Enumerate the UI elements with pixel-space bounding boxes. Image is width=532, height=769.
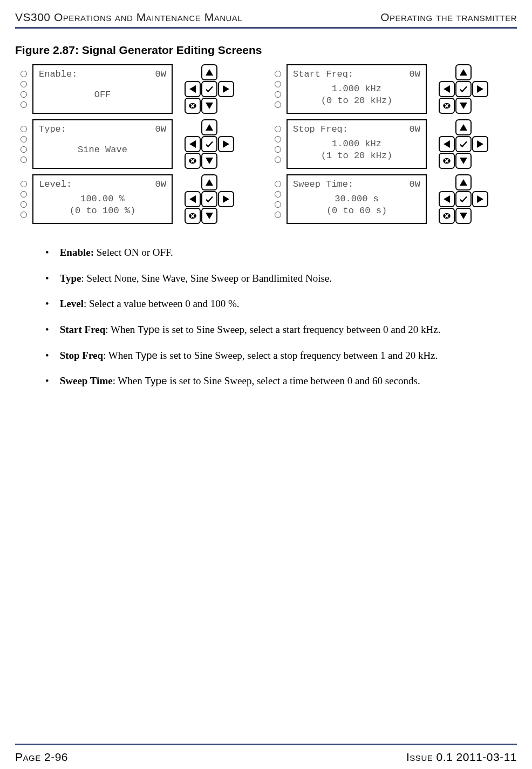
type-ref: Type	[138, 324, 160, 335]
ok-button[interactable]	[455, 191, 472, 207]
bullet-list: • Enable: Select ON or OFF. • Type: Sele…	[45, 246, 508, 400]
left-button[interactable]	[185, 191, 201, 207]
cancel-button[interactable]	[185, 153, 201, 169]
ok-button[interactable]	[201, 81, 217, 97]
dot-icon	[21, 212, 27, 218]
arrow-right-icon	[477, 195, 483, 203]
right-button[interactable]	[218, 136, 234, 152]
dot-icon	[275, 146, 281, 153]
lcd-top-row: Sweep Time:0W	[293, 179, 420, 190]
right-button[interactable]	[472, 136, 488, 152]
bullet-icon: •	[45, 271, 49, 285]
indicator-dots	[19, 174, 28, 224]
up-button[interactable]	[201, 119, 217, 135]
lcd-top-row: Level:0W	[39, 179, 166, 190]
down-button[interactable]	[455, 98, 472, 114]
lcd-power: 0W	[155, 69, 166, 80]
indicator-dots	[19, 64, 28, 114]
dot-icon	[275, 191, 281, 198]
lcd-display: Sweep Time:0W 30.000 s(0 to 60 s)	[287, 174, 427, 224]
bullet-label: Start Freq	[60, 324, 106, 335]
lcd-line2: (1 to 20 kHz)	[293, 150, 420, 161]
cancel-button[interactable]	[439, 98, 455, 114]
lcd-value-area: 30.000 s(0 to 60 s)	[293, 190, 420, 220]
cancel-button[interactable]	[185, 98, 201, 114]
page-number: Page 2-96	[15, 751, 68, 764]
right-button[interactable]	[472, 81, 488, 97]
down-button[interactable]	[201, 98, 217, 114]
indicator-dots	[274, 174, 282, 224]
bullet-label: Stop Freq	[60, 350, 103, 361]
bullet-pre: : When	[105, 324, 138, 335]
up-button[interactable]	[201, 174, 217, 190]
x-icon	[188, 211, 197, 221]
down-button[interactable]	[201, 153, 217, 169]
left-button[interactable]	[185, 136, 201, 152]
lcd-display: Enable: 0W OFF	[32, 64, 173, 114]
x-icon	[442, 101, 452, 111]
up-button[interactable]	[201, 64, 217, 80]
bullet-text: Type: Select None, Sine Wave, Sine Sweep…	[60, 271, 508, 285]
arrow-up-icon	[206, 179, 213, 186]
right-button[interactable]	[472, 191, 488, 207]
bullet-text: Stop Freq: When Type is set to Sine Swee…	[60, 349, 508, 363]
down-button[interactable]	[201, 208, 217, 224]
up-button[interactable]	[455, 119, 472, 135]
bullet-label: Level	[60, 298, 84, 309]
page-header: VS300 Operations and Maintenance Manual …	[15, 11, 517, 29]
bullet-desc: : Select None, Sine Wave, Sine Sweep or …	[81, 273, 332, 284]
dot-icon	[275, 156, 281, 163]
check-icon	[204, 84, 214, 94]
up-button[interactable]	[455, 64, 472, 80]
nav-pad	[431, 119, 496, 169]
left-button[interactable]	[439, 191, 455, 207]
left-button[interactable]	[439, 81, 455, 97]
ok-button[interactable]	[455, 136, 472, 152]
lcd-line1: 30.000 s	[293, 193, 420, 205]
ok-button[interactable]	[455, 81, 472, 97]
left-button[interactable]	[439, 136, 455, 152]
indicator-dots	[274, 64, 282, 114]
lcd-line2: (0 to 60 s)	[293, 205, 420, 216]
x-icon	[442, 156, 452, 166]
type-ref: Type	[145, 375, 167, 386]
issue-date: Issue 0.1 2011-03-11	[406, 751, 517, 764]
lcd-line1: OFF	[39, 89, 166, 100]
screen-level: Level:0W 100.00 %(0 to 100 %)	[19, 174, 263, 224]
lcd-top-row: Enable: 0W	[39, 69, 166, 80]
dot-icon	[275, 181, 281, 187]
right-button[interactable]	[218, 81, 234, 97]
figure-title: Figure 2.87: Signal Generator Editing Sc…	[15, 44, 517, 57]
cancel-button[interactable]	[185, 208, 201, 224]
arrow-down-icon	[460, 103, 467, 109]
bullet-icon: •	[45, 297, 49, 311]
dot-icon	[21, 136, 27, 142]
screen-enable: Enable: 0W OFF	[19, 64, 263, 114]
down-button[interactable]	[455, 208, 472, 224]
up-button[interactable]	[455, 174, 472, 190]
lcd-title: Stop Freq:	[293, 124, 348, 135]
dot-icon	[21, 156, 27, 163]
arrow-down-icon	[460, 158, 467, 164]
arrow-right-icon	[223, 140, 229, 148]
lcd-power: 0W	[155, 179, 166, 190]
lcd-line1: 100.00 %	[39, 193, 166, 205]
lcd-title: Type:	[39, 124, 66, 135]
arrow-up-icon	[460, 69, 467, 76]
check-icon	[204, 139, 214, 149]
right-button[interactable]	[218, 191, 234, 207]
dot-icon	[275, 126, 281, 132]
nav-pad	[177, 174, 242, 224]
lcd-line2: (0 to 100 %)	[39, 205, 166, 216]
cancel-button[interactable]	[439, 153, 455, 169]
bullet-desc: Select ON or OFF.	[94, 247, 173, 258]
lcd-display: Stop Freq:0W 1.000 kHz(1 to 20 kHz)	[287, 119, 427, 169]
list-item-level: • Level: Select a value between 0 and 10…	[45, 297, 508, 311]
arrow-left-icon	[189, 140, 196, 148]
cancel-button[interactable]	[439, 208, 455, 224]
left-button[interactable]	[185, 81, 201, 97]
ok-button[interactable]	[201, 191, 217, 207]
ok-button[interactable]	[201, 136, 217, 152]
down-button[interactable]	[455, 153, 472, 169]
bullet-text: Sweep Time: When Type is set to Sine Swe…	[60, 374, 508, 388]
